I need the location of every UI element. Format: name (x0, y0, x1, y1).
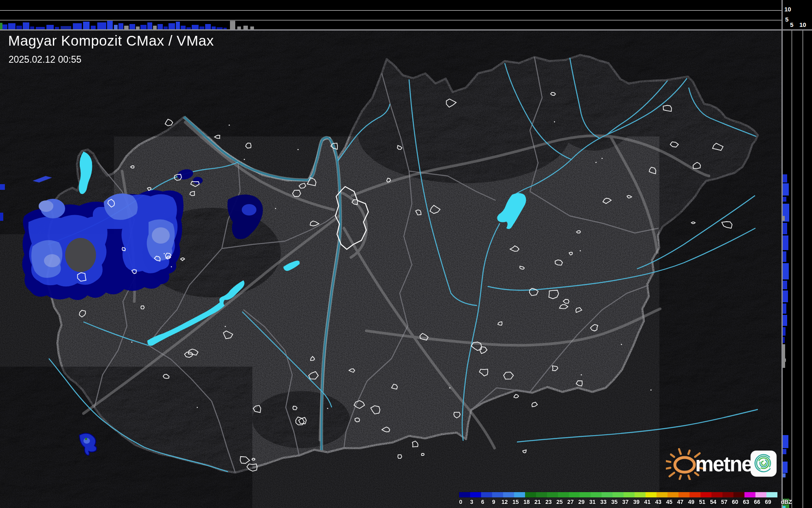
settlement-dot (554, 121, 555, 123)
echo-segment (237, 26, 241, 29)
colorbar-tick-label: 3 (470, 499, 473, 505)
echo-segment (164, 26, 168, 29)
colorbar-tick-label: 69 (765, 499, 771, 505)
echo-segment (783, 174, 787, 183)
echo-segment (83, 22, 90, 29)
echo-segment (97, 22, 106, 29)
echo-segment (783, 263, 789, 279)
echo-segment (169, 23, 175, 29)
colorbar-tick-label: 33 (600, 499, 607, 505)
colorbar-tick-label: 66 (754, 499, 760, 505)
echo-segment (30, 26, 34, 29)
settlement-dot (197, 407, 198, 408)
echo-segment (114, 25, 118, 29)
echo-segment (118, 23, 123, 29)
colorbar-segment (700, 492, 711, 497)
echo-segment (783, 327, 786, 336)
echo-segment (783, 462, 788, 473)
map-title: Magyar Kompozit CMax / VMax (8, 33, 214, 49)
colorbar-segment (646, 492, 657, 497)
metnet-app-icon (750, 450, 777, 477)
colorbar-tick-label: 9 (492, 499, 495, 505)
echo-segment (783, 449, 786, 454)
settlement-dot (298, 149, 299, 150)
colorbar-segment (536, 492, 547, 497)
settlement-dot (275, 208, 276, 209)
settlement-dot (327, 408, 328, 409)
right-profile-strip (783, 31, 812, 508)
colorbar-tick-label: 57 (721, 499, 727, 505)
colorbar-segment (678, 492, 689, 497)
settlement-dot (650, 389, 652, 391)
settlement-dot (602, 158, 603, 159)
colorbar-tick-label: 60 (732, 499, 738, 505)
echo-segment (783, 183, 789, 196)
echo-segment (212, 26, 216, 29)
colorbar-tick-label: 47 (677, 499, 684, 505)
right-strip-gridline-5km (792, 31, 792, 508)
colorbar-segment (668, 492, 678, 497)
colorbar-segment (492, 492, 503, 497)
settlement-dot (131, 341, 132, 343)
colorbar-segment (733, 492, 744, 497)
colorbar-tick-label: 6 (481, 499, 484, 505)
echo-segment (783, 315, 787, 326)
settlement-dot (595, 162, 597, 163)
colorbar-tick-label: 43 (655, 499, 662, 505)
colorbar-segment (766, 492, 777, 497)
echo-segment (61, 26, 71, 29)
colorbar-tick-label: 39 (633, 499, 640, 505)
echo-segment (783, 435, 788, 448)
colorbar-segment (711, 492, 722, 497)
colorbar-tick-label: 25 (556, 499, 563, 505)
colorbar-segment (481, 492, 492, 497)
echo-segment (783, 344, 785, 368)
colorbar-segment (613, 492, 624, 497)
colorbar-segment (602, 492, 613, 497)
colorbar-segment (722, 492, 733, 497)
echo-segment (783, 358, 786, 362)
echo-segment (16, 26, 22, 29)
echo-segment (181, 26, 186, 29)
settlement-dot (229, 125, 230, 126)
colorbar-segment (459, 492, 470, 497)
colorbar-segment (624, 492, 635, 497)
echo-segment (46, 25, 54, 29)
echo-segment (783, 223, 787, 234)
echo-segment (250, 26, 254, 29)
echo-segment (783, 506, 786, 508)
metnet-logo: metnet (666, 448, 780, 480)
colorbar-tick-label: 15 (512, 499, 519, 505)
echo-segment (783, 197, 786, 202)
settlement-dot (581, 374, 582, 376)
colorbar-segment (580, 492, 591, 497)
precip-gap (65, 238, 96, 272)
axis-tick-label: 10 (784, 6, 791, 12)
colorbar-segment (525, 492, 536, 497)
colorbar-segment (755, 492, 766, 497)
settlement-dot (244, 159, 245, 160)
colorbar-segment (503, 492, 514, 497)
top-strip-gridline-10km (0, 10, 781, 11)
colorbar-segment (744, 492, 755, 497)
colorbar-tick-label: 35 (611, 499, 618, 505)
top-strip-gridline-5km (0, 20, 781, 20)
echo-segment (147, 22, 152, 29)
colorbar-unit-label: dBZ (781, 499, 792, 505)
echo-segment (176, 22, 180, 29)
echo-segment (23, 22, 29, 29)
echo-segment (199, 26, 204, 29)
colorbar-tick-label: 29 (578, 499, 585, 505)
axis-tick-label: 10 (799, 22, 806, 28)
echo-segment (8, 23, 15, 29)
colorbar-tick-label: 31 (589, 499, 596, 505)
echo-segment (129, 24, 135, 29)
echo-segment (140, 25, 147, 29)
colorbar-tick-label: 41 (644, 499, 651, 505)
echo-segment (230, 21, 235, 29)
echo-segment (124, 26, 129, 29)
hungary-radar-map-svg (0, 31, 781, 508)
echo-segment (107, 21, 113, 29)
echo-segment (783, 337, 785, 343)
echo-segment (136, 26, 140, 29)
